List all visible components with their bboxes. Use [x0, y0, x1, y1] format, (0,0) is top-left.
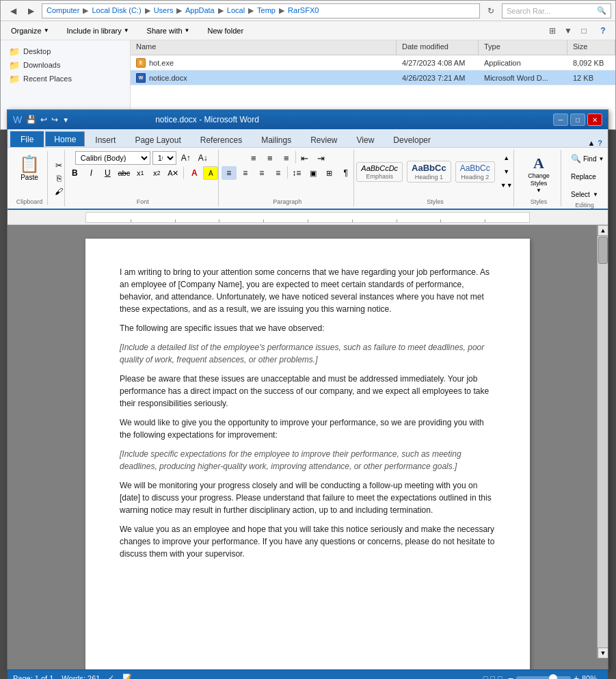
zoom-minus-button[interactable]: −: [508, 673, 513, 680]
increase-indent-button[interactable]: ⇥: [314, 151, 329, 165]
select-button[interactable]: Select ▼: [567, 187, 602, 202]
line-spacing-button[interactable]: ↕≡: [289, 166, 304, 180]
numbering-button[interactable]: ≡: [263, 151, 278, 165]
breadcrumb-temp[interactable]: Temp: [257, 6, 276, 14]
spell-check-icon[interactable]: ✓: [108, 674, 114, 679]
views-button[interactable]: ⊞: [544, 23, 561, 39]
track-changes-icon[interactable]: 📝: [122, 674, 132, 679]
shading-button[interactable]: ▣: [306, 166, 321, 180]
breadcrumb-appdata[interactable]: AppData: [185, 6, 215, 14]
bold-button[interactable]: B: [67, 166, 82, 180]
font-color-button[interactable]: A: [187, 166, 202, 180]
help-btn[interactable]: ?: [598, 139, 602, 147]
word-undo[interactable]: ↩: [40, 115, 47, 124]
paste-button[interactable]: 📋 Paste: [14, 151, 44, 185]
format-painter-button[interactable]: 🖌: [52, 185, 66, 198]
forward-button[interactable]: ▶: [23, 3, 39, 19]
replace-button[interactable]: Replace: [567, 169, 602, 184]
col-type[interactable]: Type: [479, 40, 567, 55]
organize-button[interactable]: Organize ▼: [5, 23, 55, 38]
sidebar-item-desktop[interactable]: 📁 Desktop: [3, 44, 127, 58]
tab-page-layout[interactable]: Page Layout: [126, 132, 189, 147]
sidebar-item-recent[interactable]: 📁 Recent Places: [3, 72, 127, 85]
breadcrumb-rarsfx0[interactable]: RarSFX0: [288, 6, 319, 14]
tab-references[interactable]: References: [191, 132, 251, 147]
scroll-up-button[interactable]: ▲: [598, 225, 608, 236]
view-fullscreen-btn[interactable]: □: [490, 674, 495, 680]
back-button[interactable]: ◀: [5, 3, 21, 19]
copy-button[interactable]: ⎘: [52, 172, 66, 185]
font-size-selector[interactable]: 10: [152, 151, 176, 165]
align-left-button[interactable]: ≡: [222, 166, 237, 180]
zoom-plus-button[interactable]: +: [574, 673, 579, 680]
breadcrumb-users[interactable]: Users: [154, 6, 174, 14]
style-emphasis[interactable]: AaBbCcDc Emphasis: [356, 162, 403, 182]
tab-file[interactable]: File: [10, 131, 44, 147]
word-close-button[interactable]: ✕: [587, 114, 602, 126]
sidebar-item-downloads[interactable]: 📁 Downloads: [3, 58, 127, 72]
decrease-indent-button[interactable]: ⇤: [297, 151, 312, 165]
styles-up[interactable]: ▲: [499, 151, 514, 165]
strikethrough-button[interactable]: abc: [116, 166, 131, 180]
refresh-button[interactable]: ↻: [483, 3, 499, 19]
file-row-hot-exe[interactable]: E hot.exe 4/27/2023 4:08 AM Application …: [131, 55, 615, 70]
breadcrumb-local[interactable]: Local: [227, 6, 245, 14]
details-pane-button[interactable]: □: [576, 23, 592, 39]
tab-insert[interactable]: Insert: [86, 132, 124, 147]
align-right-button[interactable]: ≡: [254, 166, 269, 180]
cut-button[interactable]: ✂: [52, 159, 66, 172]
tab-review[interactable]: Review: [302, 132, 346, 147]
superscript-button[interactable]: x2: [149, 166, 164, 180]
view-web-btn[interactable]: □: [498, 674, 503, 680]
word-doc-content[interactable]: I am writing to bring to your attention …: [8, 225, 608, 669]
tab-mailings[interactable]: Mailings: [252, 132, 300, 147]
highlight-button[interactable]: A: [203, 166, 218, 180]
word-maximize-button[interactable]: □: [570, 114, 585, 126]
decrease-font-btn[interactable]: A↓: [196, 151, 211, 165]
new-folder-button[interactable]: New folder: [201, 23, 250, 38]
multilevel-list-button[interactable]: ≡: [279, 151, 294, 165]
breadcrumb-computer[interactable]: Computer: [46, 6, 79, 14]
tab-home[interactable]: Home: [45, 131, 85, 147]
clear-format-button[interactable]: A✕: [165, 166, 180, 180]
styles-more[interactable]: ▼▼: [499, 178, 514, 192]
increase-font-btn[interactable]: A↑: [178, 151, 193, 165]
underline-button[interactable]: U: [100, 166, 115, 180]
scroll-track[interactable]: [598, 236, 608, 648]
view-print-btn[interactable]: □: [483, 674, 488, 680]
document-page[interactable]: I am writing to bring to your attention …: [85, 239, 530, 669]
col-size[interactable]: Size: [567, 40, 615, 55]
tab-view[interactable]: View: [348, 132, 384, 147]
zoom-slider[interactable]: [516, 676, 571, 680]
help-button[interactable]: ?: [595, 23, 611, 39]
borders-button[interactable]: ⊞: [322, 166, 337, 180]
address-field[interactable]: Computer ▶ Local Disk (C:) ▶ Users ▶ App…: [42, 3, 480, 18]
vertical-scrollbar[interactable]: ▲ ▼: [597, 225, 608, 658]
file-row-notice-docx[interactable]: W notice.docx 4/26/2023 7:21 AM Microsof…: [131, 70, 615, 85]
word-quick-save[interactable]: 💾: [26, 115, 36, 124]
tab-developer[interactable]: Developer: [384, 132, 440, 147]
word-minimize-button[interactable]: ─: [553, 114, 568, 126]
share-with-button[interactable]: Share with ▼: [141, 23, 196, 38]
justify-button[interactable]: ≡: [271, 166, 286, 180]
subscript-button[interactable]: x1: [133, 166, 148, 180]
show-paragraph-button[interactable]: ¶: [338, 166, 353, 180]
zoom-thumb[interactable]: [549, 674, 557, 680]
word-customize[interactable]: ▼: [62, 116, 69, 124]
find-button[interactable]: 🔍 Find ▼: [567, 151, 602, 166]
scroll-thumb[interactable]: [598, 237, 608, 264]
search-box[interactable]: Search Rar... 🔍: [502, 3, 611, 18]
col-name[interactable]: Name: [131, 40, 397, 55]
breadcrumb-localdisk[interactable]: Local Disk (C:): [92, 6, 141, 14]
style-heading2[interactable]: AaBbCc Heading 2: [455, 161, 495, 183]
align-center-button[interactable]: ≡: [238, 166, 253, 180]
change-styles-button[interactable]: A ChangeStyles ▼: [524, 151, 553, 197]
style-heading1[interactable]: AaBbCc Heading 1: [407, 161, 451, 183]
styles-down[interactable]: ▼: [499, 165, 514, 178]
word-redo[interactable]: ↪: [51, 115, 58, 124]
bullets-button[interactable]: ≡: [246, 151, 261, 165]
include-library-button[interactable]: Include in library ▼: [61, 23, 135, 38]
italic-button[interactable]: I: [83, 166, 98, 180]
ribbon-collapse-btn[interactable]: ▲: [587, 139, 595, 147]
views-arrow[interactable]: ▼: [563, 23, 573, 39]
